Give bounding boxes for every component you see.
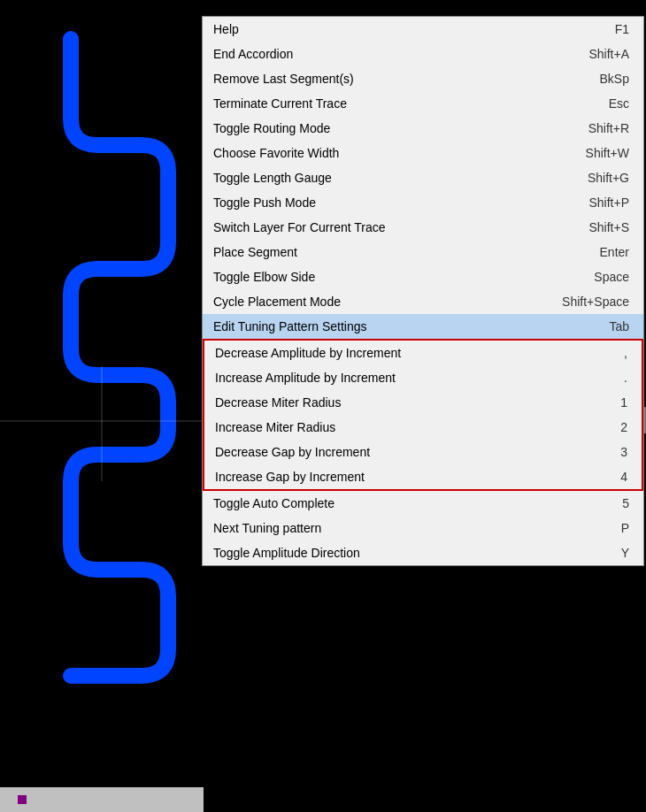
menu-item-decrease-amplitude-by-increment[interactable]: Decrease Amplitude by Increment, [204,341,642,365]
menu-item-shortcut: Shift+P [588,195,629,210]
menu-item-shortcut: , [624,346,627,360]
menu-item-cycle-placement-mode[interactable]: Cycle Placement ModeShift+Space [203,289,643,314]
menu-item-shortcut: Y [621,546,629,560]
menu-item-label: Next Tuning pattern [213,521,321,535]
menu-item-shortcut: Space [594,270,629,284]
menu-item-shortcut: 4 [620,470,627,484]
menu-item-shortcut: Enter [600,245,629,259]
menu-item-increase-miter-radius[interactable]: Increase Miter Radius2 [204,415,642,440]
menu-item-label: Decrease Gap by Increment [215,445,370,459]
menu-item-label: Help [213,22,239,36]
canvas-area [0,0,204,812]
menu-item-choose-favorite-width[interactable]: Choose Favorite WidthShift+W [203,141,643,165]
menu-item-label: Toggle Elbow Side [213,270,315,284]
menu-item-shortcut: Shift+S [588,220,629,234]
menu-item-label: Place Segment [213,245,297,259]
menu-item-shortcut: Shift+G [588,171,629,185]
top-solder-tab[interactable] [18,795,29,804]
menu-item-label: Terminate Current Trace [213,96,347,111]
menu-item-shortcut: Shift+R [588,121,629,135]
menu-item-label: Toggle Routing Mode [213,121,330,135]
menu-item-toggle-routing-mode[interactable]: Toggle Routing ModeShift+R [203,116,643,141]
menu-item-label: Decrease Miter Radius [215,395,341,410]
menu-item-decrease-miter-radius[interactable]: Decrease Miter Radius1 [204,390,642,415]
menu-item-label: Toggle Push Mode [213,195,316,210]
menu-item-place-segment[interactable]: Place SegmentEnter [203,240,643,264]
menu-item-increase-amplitude-by-increment[interactable]: Increase Amplitude by Increment. [204,365,642,390]
menu-item-label: Increase Amplitude by Increment [215,371,396,385]
menu-item-toggle-auto-complete[interactable]: Toggle Auto Complete5 [203,491,643,516]
menu-item-label: Choose Favorite Width [213,146,339,160]
menu-item-label: Decrease Amplitude by Increment [215,346,401,360]
menu-item-toggle-push-mode[interactable]: Toggle Push ModeShift+P [203,190,643,215]
menu-item-edit-tuning-pattern-settings[interactable]: Edit Tuning Pattern SettingsTab [203,314,643,339]
menu-item-shortcut: . [624,371,627,385]
status-bar [0,787,204,812]
menu-item-label: Increase Miter Radius [215,420,335,434]
menu-item-label: Toggle Length Gauge [213,171,332,185]
menu-item-shortcut: F1 [615,22,629,36]
menu-item-terminate-current-trace[interactable]: Terminate Current TraceEsc [203,91,643,116]
bottom-overlay-tab[interactable] [4,798,14,801]
menu-item-switch-layer-for-current-trace[interactable]: Switch Layer For Current TraceShift+S [203,215,643,240]
menu-item-shortcut: Shift+A [588,47,629,61]
menu-item-shortcut: 2 [620,420,627,434]
menu-item-shortcut: 1 [620,395,627,410]
menu-item-remove-last-segment(s)[interactable]: Remove Last Segment(s)BkSp [203,66,643,91]
menu-item-label: Edit Tuning Pattern Settings [213,319,367,333]
menu-item-label: Toggle Amplitude Direction [213,546,360,560]
menu-item-toggle-amplitude-direction[interactable]: Toggle Amplitude DirectionY [203,540,643,565]
context-menu: HelpF1End AccordionShift+ARemove Last Se… [202,16,644,566]
menu-item-toggle-length-gauge[interactable]: Toggle Length GaugeShift+G [203,165,643,190]
menu-item-shortcut: Shift+W [586,146,629,160]
red-bordered-section: Decrease Amplitude by Increment,Increase… [203,339,643,491]
menu-item-shortcut: P [621,521,629,535]
menu-item-label: Toggle Auto Complete [213,496,335,510]
menu-item-label: Cycle Placement Mode [213,295,341,309]
menu-item-next-tuning-pattern[interactable]: Next Tuning patternP [203,516,643,540]
menu-item-label: Remove Last Segment(s) [213,72,354,86]
menu-item-shortcut: Shift+Space [562,295,629,309]
menu-item-increase-gap-by-increment[interactable]: Increase Gap by Increment4 [204,464,642,489]
menu-item-end-accordion[interactable]: End AccordionShift+A [203,42,643,66]
menu-item-label: Switch Layer For Current Trace [213,220,386,234]
pcb-trace [0,0,204,812]
menu-item-shortcut: Tab [609,319,629,333]
menu-item-help[interactable]: HelpF1 [203,17,643,42]
menu-item-shortcut: 3 [620,445,627,459]
menu-item-shortcut: BkSp [600,72,629,86]
menu-item-label: Increase Gap by Increment [215,470,365,484]
menu-item-label: End Accordion [213,47,293,61]
menu-item-decrease-gap-by-increment[interactable]: Decrease Gap by Increment3 [204,440,642,464]
purple-square-icon [18,795,27,804]
menu-item-toggle-elbow-side[interactable]: Toggle Elbow SideSpace [203,264,643,289]
menu-item-shortcut: 5 [622,496,629,510]
menu-item-shortcut: Esc [609,96,629,111]
